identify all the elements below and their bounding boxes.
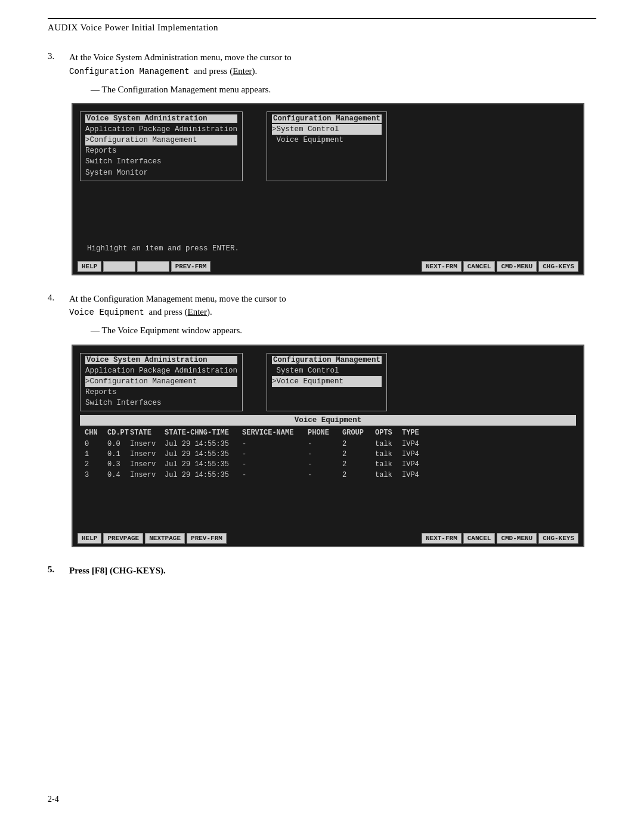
terminal1-left-item5: System Monitor — [85, 168, 237, 178]
veq-row2-cd: 0.3 — [107, 460, 130, 470]
terminal2-right-title: Configuration Management — [272, 356, 382, 364]
veq-row0-cd: 0.0 — [107, 439, 130, 449]
veq-row2-opts: talk — [375, 460, 402, 470]
veq-row3-cd: 0.4 — [107, 470, 130, 480]
veq-col-state: STATE — [130, 428, 165, 438]
step4-number: 4. — [48, 292, 69, 303]
terminal2-right-item1: System Control — [272, 365, 382, 376]
header-title: AUDIX Voice Power Initial Implementation — [48, 23, 596, 33]
veq-row0: 0 0.0 Inserv Jul 29 14:55:35 - - 2 talk … — [85, 439, 571, 449]
veq-row0-type: IVP4 — [402, 439, 435, 449]
step4-text: At the Configuration Management menu, mo… — [69, 292, 286, 320]
terminal1: Voice System Administration Application … — [72, 103, 584, 275]
veq-row2-phone: - — [308, 460, 342, 470]
terminal1-chgkeys-btn[interactable]: CHG-KEYS — [538, 261, 578, 272]
terminal2-nextpage-btn[interactable]: NEXTPAGE — [145, 533, 185, 544]
terminal2-help-btn[interactable]: HELP — [78, 533, 101, 544]
veq-col-time: STATE-CHNG-TIME — [165, 428, 242, 438]
terminal2-cancel-btn[interactable]: CANCEL — [463, 533, 496, 544]
step3-line: 3. At the Voice System Administration me… — [48, 51, 596, 78]
terminal1-prevfrm-btn[interactable]: PREV-FRM — [171, 261, 211, 272]
terminal2-footer-right: NEXT-FRM CANCEL CMD-MENU CHG-KEYS — [422, 533, 578, 544]
veq-row2-state: Inserv — [130, 460, 165, 470]
veq-col-group: GROUP — [342, 428, 375, 438]
terminal1-nextfrm-btn[interactable]: NEXT-FRM — [422, 261, 462, 272]
veq-row0-time: Jul 29 14:55:35 — [165, 439, 242, 449]
veq-col-chn: CHN — [85, 428, 107, 438]
veq-row0-phone: - — [308, 439, 342, 449]
veq-row0-state: Inserv — [130, 439, 165, 449]
terminal2-left-title: Voice System Administration — [85, 356, 237, 364]
veq-row1-svc: - — [242, 449, 308, 460]
veq-row2: 2 0.3 Inserv Jul 29 14:55:35 - - 2 talk … — [85, 460, 571, 470]
veq-row3-group: 2 — [342, 470, 375, 480]
step5-block: 5. Press [F8] (CHG-KEYS). — [48, 564, 596, 578]
terminal1-right-menu: Configuration Management >System Control… — [267, 111, 387, 181]
veq-row1-state: Inserv — [130, 449, 165, 460]
veq-row3-state: Inserv — [130, 470, 165, 480]
veq-col-phone: PHONE — [308, 428, 342, 438]
terminal1-left-title: Voice System Administration — [85, 114, 237, 123]
veq-row2-chn: 2 — [85, 460, 107, 470]
veq-row1-chn: 1 — [85, 449, 107, 460]
veq-col-cd: CD.PT — [107, 428, 130, 438]
veq-row2-type: IVP4 — [402, 460, 435, 470]
veq-row3-chn: 3 — [85, 470, 107, 480]
veq-row1-opts: talk — [375, 449, 402, 460]
step5-number: 5. — [48, 564, 69, 575]
terminal1-right-item2: Voice Equipment — [272, 135, 382, 145]
terminal1-spacer — [80, 181, 576, 241]
veq-row0-group: 2 — [342, 439, 375, 449]
veq-row1-group: 2 — [342, 449, 375, 460]
terminal1-help-btn[interactable]: HELP — [78, 261, 101, 272]
terminal1-cmdmenu-btn[interactable]: CMD-MENU — [497, 261, 537, 272]
step4-line: 4. At the Configuration Management menu,… — [48, 292, 596, 320]
veq-table: CHN CD.PT STATE STATE-CHNG-TIME SERVICE-… — [80, 428, 576, 480]
veq-col-opts: OPTS — [375, 428, 402, 438]
terminal2-prevpage-btn[interactable]: PREVPAGE — [103, 533, 143, 544]
veq-row3-opts: talk — [375, 470, 402, 480]
terminal1-footer: HELP PREV-FRM NEXT-FRM CANCEL CMD-MENU C… — [73, 259, 583, 274]
terminal1-left-item3: Reports — [85, 145, 237, 156]
veq-row3-svc: - — [242, 470, 308, 480]
veq-row2-time: Jul 29 14:55:35 — [165, 460, 242, 470]
veq-title: Voice Equipment — [80, 415, 576, 426]
veq-row0-opts: talk — [375, 439, 402, 449]
terminal1-left-item4: Switch Interfaces — [85, 156, 237, 167]
terminal2-right-menu: Configuration Management System Control … — [267, 353, 387, 412]
step3-sub: — The Configuration Management menu appe… — [91, 83, 596, 97]
terminal2-spacer — [80, 480, 576, 528]
veq-row1-time: Jul 29 14:55:35 — [165, 449, 242, 460]
terminal1-cancel-btn[interactable]: CANCEL — [463, 261, 496, 272]
veq-row3-type: IVP4 — [402, 470, 435, 480]
terminal1-left-item2: >Configuration Management — [85, 135, 237, 145]
veq-row1-type: IVP4 — [402, 449, 435, 460]
terminal1-right-item1: >System Control — [272, 124, 382, 135]
terminal2-prevfrm-btn[interactable]: PREV-FRM — [187, 533, 227, 544]
terminal2-left-item3: Reports — [85, 387, 237, 398]
terminal2-nextfrm-btn[interactable]: NEXT-FRM — [422, 533, 462, 544]
step4-sub: — The Voice Equipment window appears. — [91, 324, 596, 337]
veq-container: Voice Equipment CHN CD.PT STATE STATE-CH… — [80, 415, 576, 480]
terminal1-left-item1: Application Package Administration — [85, 124, 237, 135]
step5-text: Press [F8] (CHG-KEYS). — [69, 564, 166, 578]
veq-row2-group: 2 — [342, 460, 375, 470]
veq-row2-svc: - — [242, 460, 308, 470]
terminal2: Voice System Administration Application … — [72, 345, 584, 547]
veq-row3-time: Jul 29 14:55:35 — [165, 470, 242, 480]
veq-row3: 3 0.4 Inserv Jul 29 14:55:35 - - 2 talk … — [85, 470, 571, 480]
terminal1-status: Highlight an item and press ENTER. — [80, 241, 576, 256]
terminal2-right-item2: >Voice Equipment — [272, 376, 382, 387]
terminal2-cmdmenu-btn[interactable]: CMD-MENU — [497, 533, 537, 544]
terminal2-chgkeys-btn[interactable]: CHG-KEYS — [538, 533, 578, 544]
terminal1-f3-btn[interactable] — [137, 261, 169, 272]
veq-row1-phone: - — [308, 449, 342, 460]
terminal1-f2-btn[interactable] — [103, 261, 135, 272]
terminal1-menus: Voice System Administration Application … — [80, 111, 576, 181]
veq-col-type: TYPE — [402, 428, 435, 438]
terminal1-left-menu: Voice System Administration Application … — [80, 111, 243, 181]
terminal2-footer: HELP PREVPAGE NEXTPAGE PREV-FRM NEXT-FRM… — [73, 531, 583, 546]
terminal2-menus: Voice System Administration Application … — [80, 353, 576, 412]
terminal1-footer-right: NEXT-FRM CANCEL CMD-MENU CHG-KEYS — [422, 261, 578, 272]
veq-col-header: CHN CD.PT STATE STATE-CHNG-TIME SERVICE-… — [85, 428, 571, 438]
